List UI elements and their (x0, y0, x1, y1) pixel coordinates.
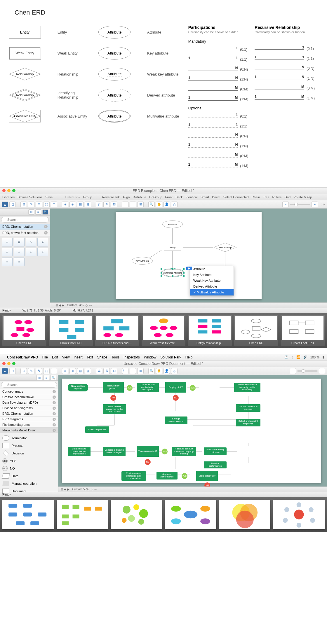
menu-item-selected[interactable]: ✓ Multivalue Attribute (190, 289, 234, 295)
palette-shape[interactable]: ○ (37, 248, 48, 256)
tool-icon[interactable]: ↯ (36, 202, 42, 207)
zoom-readout[interactable]: Custom 34% (67, 304, 84, 307)
tool-icon[interactable]: ⊡ (111, 202, 117, 207)
tool-icon[interactable]: ✎ (28, 202, 34, 207)
tool-icon[interactable]: ⇅ (103, 368, 110, 374)
process-node[interactable]: Set goals and performance expectations (68, 447, 91, 456)
tool-icon[interactable]: ◻ (9, 202, 16, 207)
tool-icon[interactable]: ⇅ (103, 202, 110, 207)
palette-shape[interactable]: ◈ (37, 238, 48, 246)
clock-icon[interactable]: 🕐 (284, 355, 288, 359)
tool-icon[interactable]: T (51, 368, 57, 374)
toolbar-item[interactable]: Grid (284, 195, 291, 199)
close-icon[interactable]: × (44, 231, 48, 235)
menu-item[interactable]: Attribute (190, 266, 234, 272)
toolbar-item[interactable]: Libraries (2, 195, 15, 199)
user-icon[interactable]: 👤 (164, 202, 170, 207)
thumbnail[interactable] (273, 500, 325, 529)
bluetooth-icon[interactable]: ᛒ (291, 356, 293, 359)
toolbar-item[interactable]: Tree (263, 195, 269, 199)
zoom-slider[interactable] (290, 204, 310, 205)
decision-node[interactable]: Recruit new person? (103, 382, 124, 393)
no-node[interactable]: NO (173, 395, 179, 401)
toolbar-item[interactable]: Identical (186, 195, 198, 199)
pointer-tool-icon[interactable]: ▲ (2, 202, 8, 207)
toolbar-item[interactable]: Rotate & Flip (293, 195, 312, 199)
tool-icon[interactable]: ⎙ (171, 202, 178, 207)
close-icon[interactable]: × (44, 225, 48, 228)
tool-icon[interactable]: ◻ (9, 368, 16, 374)
toolbar-item[interactable]: Delete link (65, 195, 80, 199)
palette-shape[interactable]: ○ (14, 248, 25, 256)
palette-shape[interactable]: ◌ (2, 258, 13, 266)
library-item[interactable]: ERD, Chen's notation× (0, 411, 58, 416)
shape-item[interactable]: Manual operation (0, 480, 58, 487)
process-node[interactable]: Evaluate training outcome (204, 447, 227, 455)
search-input[interactable] (1, 382, 57, 388)
palette-shape[interactable]: ◎ (14, 258, 25, 266)
yes-node[interactable]: YES (190, 385, 196, 391)
entity-node[interactable]: Entity (164, 244, 181, 251)
library-item[interactable]: Fishbone diagrams× (0, 422, 58, 428)
tool-icon[interactable]: ⊡ (111, 368, 117, 374)
menu-item[interactable]: View (62, 355, 70, 359)
attribute-node[interactable]: Attribute (162, 220, 183, 228)
tool-icon[interactable]: ▦ (77, 368, 84, 374)
app-name[interactable]: ConceptDraw PRO (7, 355, 38, 359)
titlebar[interactable]: Unsaved ConceptDraw PRO Document — Edite… (0, 360, 327, 367)
menu-item[interactable]: Inspectors (124, 355, 140, 359)
toolbar-item[interactable]: Browse Solutions (18, 195, 42, 199)
menu-item[interactable]: Insert (74, 355, 83, 359)
tool-icon[interactable]: ▦ (85, 202, 91, 207)
tool-icon[interactable]: ⋯ (130, 202, 136, 207)
zoom-out-icon[interactable]: − (290, 368, 296, 374)
library-item[interactable]: ERD, crow's foot notation× (0, 230, 50, 236)
tool-icon[interactable]: ⋮⋮ (122, 202, 128, 207)
minimize-button[interactable] (7, 189, 11, 192)
process-node[interactable]: Review reward strategies and remuneratio… (121, 471, 146, 481)
canvas[interactable]: New position required Recruit new person… (58, 375, 327, 487)
tool-icon[interactable]: ⇄ (96, 368, 102, 374)
no-node[interactable]: NO (110, 395, 116, 401)
process-node[interactable]: Monitor performance (204, 461, 227, 468)
tool-icon[interactable]: ⬚ (43, 368, 50, 374)
shape-item[interactable]: Decision (0, 449, 58, 457)
library-item[interactable]: ERD, Chen's notation× (0, 224, 50, 230)
zoom-in-icon[interactable]: + (312, 202, 318, 207)
palette-shape[interactable]: ○ (26, 248, 36, 256)
decision-node[interactable]: Skills achieved? (196, 471, 218, 481)
tool-icon[interactable]: ▦ (77, 202, 84, 207)
zoom-icon[interactable]: 🔍 (148, 202, 155, 207)
menu-item[interactable]: Help (185, 355, 193, 359)
toolbar-item[interactable]: UnGroup (149, 195, 162, 199)
close-icon[interactable]: × (53, 396, 56, 399)
search-input[interactable] (1, 217, 49, 223)
close-icon[interactable]: × (53, 407, 56, 410)
menu-item[interactable]: Derived Attribute (190, 284, 234, 289)
tool-icon[interactable]: T (51, 202, 57, 207)
process-node[interactable]: Consider Job analysis Job description (137, 383, 159, 392)
tool-icon[interactable]: ⊞ (20, 368, 27, 374)
terminator-node[interactable]: New position required (68, 384, 88, 391)
titlebar[interactable]: ERD Examples - Chen ERD — Edited ˅ (0, 188, 327, 194)
toolbar-item[interactable]: Direct (212, 195, 220, 199)
thumbnail[interactable]: ERD - Students and ... (95, 315, 139, 346)
no-node[interactable]: NO (145, 459, 151, 465)
palette-shape[interactable]: ▭ (2, 238, 13, 246)
tool-icon[interactable]: ◈ (69, 368, 76, 374)
pointer-tool-icon[interactable]: ▲ (2, 368, 8, 374)
macos-menubar[interactable]: ConceptDraw PRO FileEditViewInsertTextSh… (0, 354, 327, 360)
tool-icon[interactable]: ⬚ (43, 202, 50, 207)
decision-node[interactable]: Training required? (137, 446, 159, 457)
yes-node[interactable]: YES (162, 449, 168, 454)
process-node[interactable]: Engage contractor/temp (165, 416, 187, 424)
zoom-readout[interactable]: Custom 59% (72, 488, 89, 491)
menu-item[interactable]: Key Attribute (190, 272, 234, 278)
menu-item[interactable]: Solution Park (160, 355, 181, 359)
thumbnail[interactable] (111, 500, 162, 529)
thumbnail-strip[interactable] (0, 497, 327, 532)
library-item[interactable]: Cross-functional flowc...× (0, 394, 58, 400)
thumbnail[interactable]: Chen ERD (234, 315, 278, 346)
thumbnail[interactable] (2, 500, 54, 529)
key-attribute-node[interactable]: Key Attribute (132, 257, 153, 265)
